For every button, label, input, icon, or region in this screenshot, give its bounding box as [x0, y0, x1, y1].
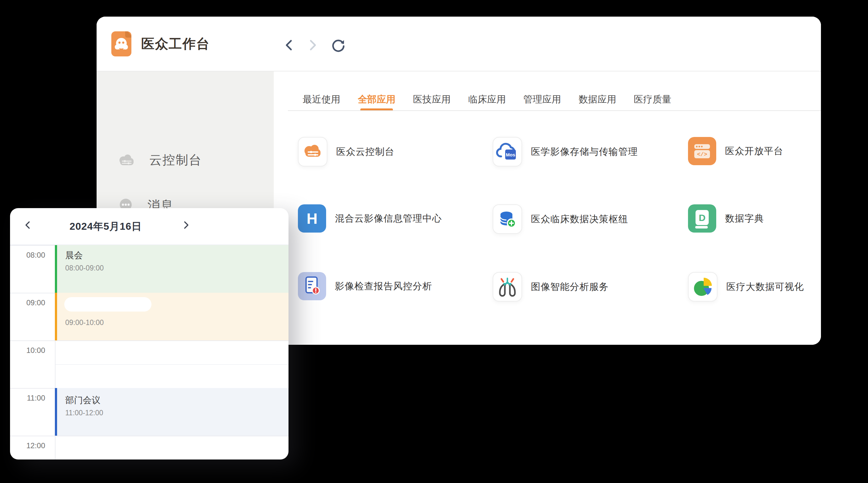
app-label: 混合云影像信息管理中心: [335, 212, 442, 225]
time-label: 09:00: [10, 298, 45, 307]
redacted-event-title: [64, 297, 151, 312]
data-dictionary-book-icon: D: [688, 204, 716, 232]
event-color-bar: [55, 245, 57, 293]
calendar-panel: 2024年5月16日 08:00 09:00 10:00 11:00 12:00: [10, 208, 288, 459]
tab-bar: 最近使用 全部应用 医技应用 临床应用 管理应用 数据应用 医疗质量: [303, 94, 671, 110]
sidebar-item-label: 云控制台: [149, 151, 202, 169]
time-label: 08:00: [10, 251, 45, 260]
calendar-header: 2024年5月16日: [10, 208, 288, 245]
app-label: 医众开放平台: [725, 145, 783, 158]
screen-background: 医众工作台: [0, 0, 868, 483]
app-big-data-visualization[interactable]: 医疗大数据可视化: [688, 272, 804, 301]
refresh-icon: [332, 38, 346, 52]
event-time: 08:00-09:00: [65, 263, 104, 273]
chevron-left-icon: [283, 38, 296, 52]
app-logo-icon: [111, 31, 131, 57]
tab-recent[interactable]: 最近使用: [303, 94, 340, 110]
app-image-ai-service[interactable]: 图像智能分析服务: [493, 272, 609, 301]
hour-line: [10, 436, 288, 436]
calendar-day-grid: 08:00 09:00 10:00 11:00 12:00 晨会 08:00-0…: [10, 245, 288, 459]
chevron-right-icon: [306, 38, 319, 52]
calendar-prev-button[interactable]: [21, 218, 34, 232]
cloud-console-icon: [299, 138, 327, 166]
app-clinical-data-hub[interactable]: 医众临床数据决策枢纽: [493, 204, 628, 234]
event-color-bar: [55, 293, 57, 341]
cloud-mos-icon: Mos: [493, 138, 522, 166]
event-time: 09:00-10:00: [65, 318, 104, 327]
app-open-platform[interactable]: </> 医众开放平台: [688, 137, 783, 165]
pie-chart-icon: [689, 273, 717, 301]
calendar-event-redacted[interactable]: 09:00-10:00: [55, 293, 288, 341]
app-label: 医疗大数据可视化: [726, 281, 804, 293]
svg-text:</>: </>: [697, 151, 707, 158]
open-platform-code-icon: </>: [688, 137, 716, 165]
calendar-event-department-meeting[interactable]: 部门会议 11:00-12:00: [55, 388, 288, 436]
tab-medtech-apps[interactable]: 医技应用: [413, 94, 451, 110]
event-time: 11:00-12:00: [65, 408, 103, 418]
calendar-date: 2024年5月16日: [48, 220, 164, 233]
event-title: 晨会: [65, 250, 83, 261]
app-report-risk-analysis[interactable]: 影像检查报告风控分析: [298, 272, 432, 300]
hybrid-cloud-h-icon: H: [298, 204, 326, 232]
tab-quality[interactable]: 医疗质量: [634, 94, 671, 110]
window-header: 医众工作台: [97, 17, 821, 71]
tab-data-apps[interactable]: 数据应用: [579, 94, 616, 110]
svg-text:D: D: [699, 213, 706, 223]
app-label: 医学影像存储与传输管理: [531, 146, 638, 158]
time-label: 12:00: [10, 441, 45, 450]
event-color-bar: [55, 388, 57, 436]
app-label: 影像检查报告风控分析: [335, 280, 432, 293]
svg-text:Mos: Mos: [506, 152, 515, 157]
sidebar-item-cloud-console[interactable]: 云控制台: [118, 151, 202, 169]
tab-all-apps[interactable]: 全部应用: [358, 94, 396, 110]
lungs-ai-icon: [493, 273, 522, 301]
window-title: 医众工作台: [141, 36, 210, 52]
tab-clinical-apps[interactable]: 临床应用: [468, 94, 506, 110]
tab-admin-apps[interactable]: 管理应用: [523, 94, 561, 110]
cloud-settings-icon: [118, 153, 135, 167]
svg-text:H: H: [307, 210, 318, 227]
main-content: 最近使用 全部应用 医技应用 临床应用 管理应用 数据应用 医疗质量: [274, 71, 821, 345]
event-title: 部门会议: [65, 395, 100, 406]
half-hour-line: [55, 364, 288, 365]
time-label: 11:00: [10, 394, 45, 402]
back-button[interactable]: [282, 38, 297, 53]
report-risk-icon: [298, 272, 326, 300]
time-label: 10:00: [10, 346, 45, 355]
calendar-event-morning-meeting[interactable]: 晨会 08:00-09:00: [55, 245, 288, 293]
tab-divider: [288, 110, 821, 111]
app-cloud-console[interactable]: 医众云控制台: [298, 137, 395, 166]
app-medical-image-pacs[interactable]: Mos 医学影像存储与传输管理: [493, 137, 638, 166]
refresh-button[interactable]: [331, 38, 346, 53]
app-hybrid-cloud-center[interactable]: H 混合云影像信息管理中心: [298, 204, 442, 232]
app-label: 医众临床数据决策枢纽: [531, 213, 628, 226]
app-label: 数据字典: [725, 212, 764, 225]
calendar-next-button[interactable]: [179, 218, 193, 232]
chevron-left-icon: [23, 220, 32, 230]
app-data-dictionary[interactable]: D 数据字典: [688, 204, 764, 232]
clinical-database-icon: [493, 205, 522, 233]
hour-line: [10, 341, 288, 341]
app-label: 图像智能分析服务: [531, 281, 609, 293]
app-label: 医众云控制台: [336, 146, 395, 158]
chevron-right-icon: [182, 220, 191, 230]
forward-button[interactable]: [305, 38, 320, 53]
